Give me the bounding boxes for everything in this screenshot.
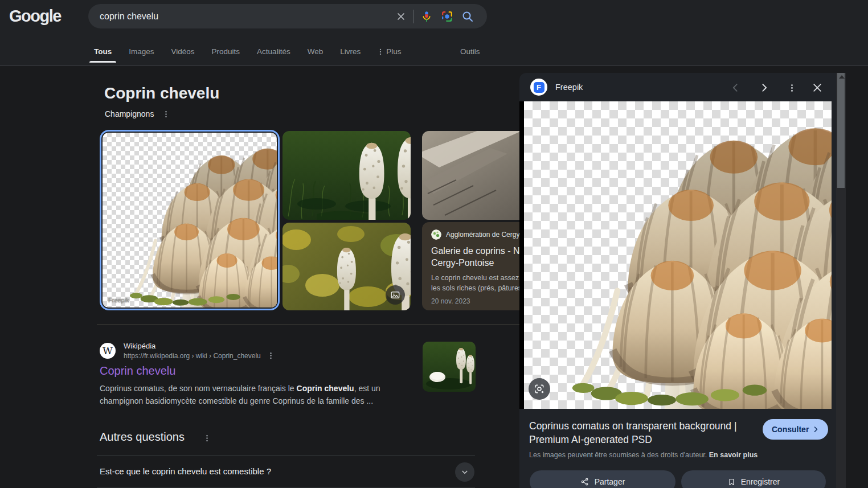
tab-videos[interactable]: Vidéos	[170, 45, 196, 63]
panel-header: F Freepik	[519, 73, 836, 101]
page-title: Coprin chevelu	[104, 84, 219, 102]
search-submit-icon[interactable]	[457, 6, 478, 27]
wikipedia-site-name: Wikipédia	[124, 342, 155, 350]
topic-chip[interactable]: Champignons	[105, 109, 154, 118]
result-type-tabs: Tous Images Vidéos Produits Actualités W…	[93, 45, 401, 63]
wikipedia-result-thumbnail[interactable]	[423, 342, 476, 392]
bookmark-icon	[727, 478, 736, 486]
result-kebab-icon[interactable]	[267, 351, 275, 360]
save-button[interactable]: Enregistrer	[681, 470, 826, 488]
panel-source-name[interactable]: Freepik	[555, 83, 583, 92]
paa-kebab-icon[interactable]	[203, 434, 211, 442]
header: Google	[0, 0, 868, 66]
panel-close-button[interactable]	[810, 81, 824, 95]
mushroom-cluster-image	[524, 101, 832, 409]
image-result-selected[interactable]: Freepik	[100, 130, 280, 310]
paa-divider-top	[97, 456, 475, 456]
image-icon	[390, 290, 400, 300]
previous-image-button[interactable]	[729, 81, 743, 95]
paa-heading: Autres questions	[100, 430, 185, 444]
chevron-left-icon	[730, 82, 742, 93]
close-icon	[812, 82, 823, 93]
image-type-badge	[386, 285, 405, 305]
google-lens-icon[interactable]	[437, 6, 457, 27]
wikipedia-result-link[interactable]: Coprin chevelu	[100, 364, 175, 378]
scroll-up-arrow	[839, 75, 845, 79]
tab-images[interactable]: Images	[128, 45, 155, 63]
search-inside-image-button[interactable]	[529, 378, 550, 400]
lens-camera-icon	[534, 383, 545, 395]
scrollbar-track[interactable]	[836, 73, 846, 488]
tab-more[interactable]: Plus	[376, 47, 401, 60]
image-preview-panel: F Freepik	[519, 73, 836, 488]
search-divider	[413, 10, 414, 23]
wikipedia-favicon: W	[100, 343, 116, 359]
tools-button[interactable]: Outils	[460, 47, 480, 56]
tab-more-label: Plus	[386, 47, 401, 56]
preview-image[interactable]	[524, 101, 832, 409]
freepik-logo: F	[530, 79, 547, 96]
paa-divider-bottom	[97, 487, 475, 487]
mushroom-cluster-thumbnail	[103, 133, 277, 307]
image-result-grass[interactable]	[282, 131, 411, 220]
learn-more-link[interactable]: En savoir plus	[709, 451, 758, 459]
clear-search-icon[interactable]	[391, 6, 411, 27]
tab-web[interactable]: Web	[306, 45, 325, 63]
voice-search-icon[interactable]	[416, 6, 437, 27]
google-search-page: Google	[0, 0, 868, 488]
search-input[interactable]	[100, 11, 391, 22]
next-image-button[interactable]	[757, 81, 771, 95]
tab-tous[interactable]: Tous	[93, 45, 113, 63]
google-logo[interactable]: Google	[9, 7, 61, 26]
tab-actualites[interactable]: Actualités	[256, 45, 292, 63]
share-icon	[580, 477, 589, 486]
topic-chip-row: Champignons	[105, 109, 170, 118]
chevron-right-icon	[812, 426, 819, 433]
preview-image-title: Coprinus comatus on transparent backgrou…	[529, 419, 754, 446]
scrollbar-thumb[interactable]	[837, 73, 845, 188]
chevron-down-icon	[460, 467, 470, 477]
image-watermark: Freepik	[108, 297, 129, 304]
share-button[interactable]: Partager	[530, 470, 675, 488]
image-stage	[519, 101, 832, 409]
paa-question[interactable]: Est-ce que le coprin chevelu est comesti…	[100, 466, 271, 476]
chip-kebab-icon[interactable]	[162, 110, 170, 118]
panel-menu-button[interactable]	[785, 81, 799, 95]
wikipedia-snippet: Coprinus comatus, de son nom vernaculair…	[100, 383, 397, 407]
paa-expand-button[interactable]	[455, 462, 474, 482]
tab-produits[interactable]: Produits	[211, 45, 241, 63]
wikipedia-url: https://fr.wikipedia.org › wiki › Coprin…	[124, 352, 261, 360]
section-divider	[97, 325, 519, 325]
more-vertical-icon	[376, 48, 384, 56]
copyright-notice: Les images peuvent être soumises à des d…	[529, 451, 758, 459]
image-result-autumn[interactable]	[282, 223, 411, 310]
site-name: Agglomération de Cergy-	[446, 231, 522, 239]
search-bar[interactable]	[88, 4, 487, 28]
more-vertical-icon	[787, 83, 797, 93]
chevron-right-icon	[758, 82, 769, 93]
grass-mushrooms-photo	[282, 131, 411, 220]
visit-site-button[interactable]: Consulter	[763, 419, 828, 440]
site-favicon	[431, 229, 441, 240]
tab-livres[interactable]: Livres	[339, 45, 362, 63]
